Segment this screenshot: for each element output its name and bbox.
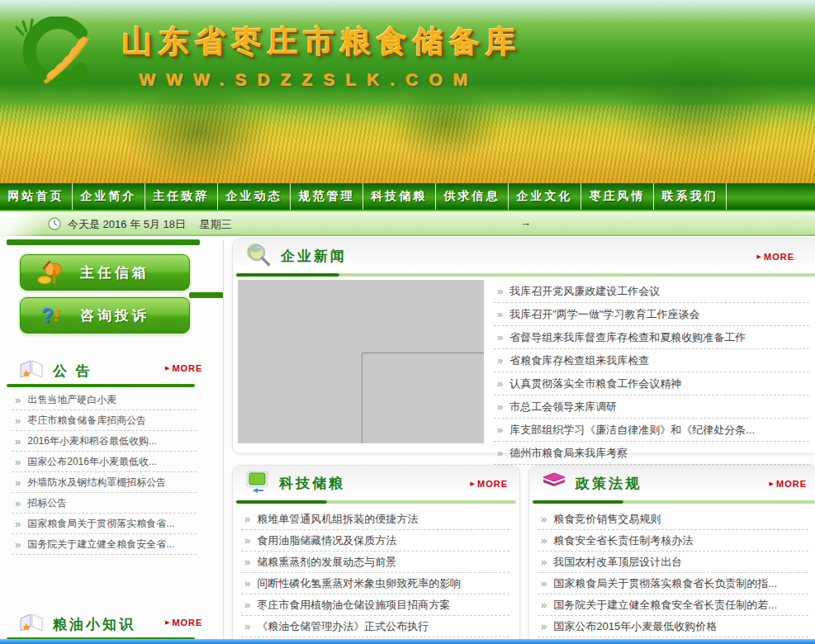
list-item[interactable]: »我库召开党风廉政建设工作会议 [494, 280, 809, 303]
list-item[interactable]: »德州市粮食局来我库考察 [494, 442, 809, 465]
more-label: MORE [477, 479, 508, 489]
bullet-icon: » [497, 308, 503, 320]
list-item-label[interactable]: 国家公布2015年小麦最低收购价格 [553, 619, 717, 634]
nav-item-company-news[interactable]: 企业动态 [218, 183, 291, 210]
bullet-icon: » [497, 447, 503, 459]
notice-more-link[interactable]: ▶ MORE [165, 363, 202, 373]
bullet-icon: » [541, 620, 547, 632]
list-item-label[interactable]: 德州市粮食局来我库考察 [509, 446, 628, 461]
policy-underline [533, 500, 815, 504]
tech-list: »粮堆单管通风机组拆装的便捷方法 »食用油脂储藏情况及保质方法 »储粮熏蒸剂的发… [241, 509, 509, 644]
list-item[interactable]: »省督导组来我库督查库存检查和夏粮收购准备工作 [494, 326, 809, 349]
list-item[interactable]: »粮堆单管通风机组拆装的便捷方法 [241, 509, 509, 530]
list-item-label[interactable]: 我库召开党风廉政建设工作会议 [509, 284, 660, 299]
nav-item-home[interactable]: 网站首页 [0, 183, 73, 210]
list-item[interactable]: »粮食安全省长责任制考核办法 [538, 530, 808, 552]
list-item[interactable]: »间断性磷化氢熏蒸对米象虫卵致死率的影响 [241, 573, 509, 594]
list-item[interactable]: »我国农村改革顶层设计出台 [538, 552, 808, 573]
nav-item-supply-demand[interactable]: 供求信息 [436, 183, 509, 210]
more-arrow-icon: ▶ [165, 619, 169, 626]
list-item-label[interactable]: 库支部组织学习《廉洁自律准则》和《纪律处分条... [509, 423, 755, 438]
list-item[interactable]: »食用油脂储藏情况及保质方法 [241, 530, 509, 552]
list-item-label[interactable]: 储粮熏蒸剂的发展动态与前景 [257, 555, 396, 570]
list-item-label[interactable]: 《粮油仓储管理办法》正式公布执行 [257, 619, 429, 634]
nav-item-contact[interactable]: 联系我们 [654, 183, 727, 210]
list-item-label[interactable]: 我库召开"两学一做"学习教育工作座谈会 [509, 307, 699, 322]
list-item[interactable]: »国务院关于建立健全粮食安全省... [12, 534, 197, 555]
list-item[interactable]: »国家公布2016年小麦最低收... [12, 452, 197, 472]
list-item-label[interactable]: 间断性磷化氢熏蒸对米象虫卵致死率的影响 [257, 576, 461, 591]
list-item-label[interactable]: 招标公告 [27, 496, 67, 510]
list-item[interactable]: »认真贯彻落实全市粮食工作会议精神 [494, 372, 809, 395]
bullet-icon: » [541, 599, 547, 611]
bullet-icon: » [541, 534, 547, 547]
open-book-icon [18, 613, 45, 636]
bullet-icon: » [541, 556, 547, 568]
list-item[interactable]: »市总工会领导来库调研 [494, 395, 809, 419]
bullet-icon: » [244, 513, 250, 525]
list-item-label[interactable]: 出售当地产硬白小麦 [27, 393, 116, 407]
nav-item-culture[interactable]: 企业文化 [509, 183, 581, 210]
list-item[interactable]: »招标公告 [12, 493, 197, 514]
nav-item-company-profile[interactable]: 企业简介 [73, 183, 145, 210]
policy-more-link[interactable]: ▶ MORE [770, 479, 807, 489]
list-item-label[interactable]: 国家公布2016年小麦最低收... [27, 455, 157, 469]
date-bar: 今天是 2016 年 5月 18日 星期三 → [0, 211, 815, 236]
list-item-label[interactable]: 省督导组来我库督查库存检查和夏粮收购准备工作 [509, 330, 746, 345]
knowledge-more-link[interactable]: ▶ MORE [165, 618, 202, 627]
list-item-label[interactable]: 外墙防水及钢结构罩棚招标公告 [27, 476, 166, 490]
list-item-label[interactable]: 国务院关于建立健全粮食安全省长责任制的若... [553, 598, 777, 613]
complaint-button[interactable]: ?! 咨询投诉 [20, 297, 190, 334]
list-item[interactable]: »国家粮食局关于贯彻落实粮食省长负责制的指... [538, 573, 808, 594]
list-item-label[interactable]: 国务院关于建立健全粮食安全省... [27, 537, 174, 552]
bullet-icon: » [15, 414, 21, 427]
list-item[interactable]: »《粮油仓储管理办法》正式公布执行 [241, 616, 509, 637]
list-item-label[interactable]: 国家粮食局关于贯彻落实粮食省... [27, 517, 174, 531]
complaint-button-label: 咨询投诉 [80, 306, 149, 325]
list-item[interactable]: »库支部组织学习《廉洁自律准则》和《纪律处分条... [494, 419, 809, 442]
list-item-label[interactable]: 认真贯彻落实全市粮食工作会议精神 [509, 376, 681, 391]
list-item[interactable]: »储粮熏蒸剂的发展动态与前景 [241, 552, 509, 573]
nav-item-management[interactable]: 规范管理 [291, 183, 363, 210]
list-item[interactable]: »省粮食库存检查组来我库检查 [494, 349, 809, 372]
list-item-label[interactable]: 2016年小麦和稻谷最低收购... [27, 434, 157, 448]
list-item[interactable]: »国家粮食局关于贯彻落实粮食省... [12, 514, 197, 534]
list-item[interactable]: »粮食竞价销售交易规则 [538, 509, 808, 530]
news-more-link[interactable]: ▶ MORE [757, 252, 794, 262]
list-item[interactable]: »枣庄市食用植物油仓储设施项目招商方案 [241, 594, 509, 616]
more-arrow-icon: ▶ [770, 481, 774, 487]
list-item-label[interactable]: 粮食竞价销售交易规则 [553, 512, 661, 527]
news-photo-placeholder[interactable] [238, 280, 484, 443]
list-item-label[interactable]: 粮食安全省长责任制考核办法 [553, 533, 693, 548]
tech-more-link[interactable]: ▶ MORE [471, 479, 508, 489]
list-item[interactable]: »国家公布2015年小麦最低收购价格 [538, 616, 808, 637]
policy-list: »粮食竞价销售交易规则 »粮食安全省长责任制考核办法 »我国农村改革顶层设计出台… [538, 509, 808, 644]
more-arrow-icon: ▶ [471, 481, 475, 487]
list-item[interactable]: »外墙防水及钢结构罩棚招标公告 [12, 472, 197, 493]
sidebar-top-bar [7, 239, 200, 245]
tech-panel-title: 科技储粮 [279, 474, 345, 493]
list-item-label[interactable]: 省粮食库存检查组来我库检查 [509, 353, 649, 368]
more-arrow-icon: ▶ [165, 365, 169, 372]
bullet-icon: » [541, 577, 547, 590]
list-item-label[interactable]: 国家粮食局关于贯彻落实粮食省长负责制的指... [553, 576, 777, 591]
panel-policy: 政策法规 ▶ MORE »粮食竞价销售交易规则 »粮食安全省长责任制考核办法 »… [528, 465, 815, 644]
list-item-label[interactable]: 粮堆单管通风机组拆装的便捷方法 [257, 512, 418, 527]
list-item-label[interactable]: 食用油脂储藏情况及保质方法 [257, 533, 396, 548]
bullet-icon: » [15, 456, 21, 468]
list-item-label[interactable]: 枣庄市粮食储备库招商公告 [27, 414, 146, 428]
list-item[interactable]: »国务院关于建立健全粮食安全省长责任制的若... [538, 594, 808, 616]
list-item-label[interactable]: 我国农村改革顶层设计出台 [553, 555, 682, 570]
bullet-icon: » [15, 476, 21, 489]
list-item-label[interactable]: 枣庄市食用植物油仓储设施项目招商方案 [257, 598, 450, 613]
list-item[interactable]: »我库召开"两学一做"学习教育工作座谈会 [494, 303, 809, 326]
list-item[interactable]: »出售当地产硬白小麦 [12, 390, 197, 410]
director-mailbox-button[interactable]: 主任信箱 [20, 254, 190, 291]
list-item-label[interactable]: 市总工会领导来库调研 [509, 400, 617, 414]
list-item[interactable]: »枣庄市粮食储备库招商公告 [12, 410, 197, 431]
nav-item-tech-storage[interactable]: 科技储粮 [363, 183, 436, 210]
nav-item-director-speech[interactable]: 主任致辞 [145, 183, 218, 210]
nav-item-local-customs[interactable]: 枣庄风情 [581, 183, 654, 210]
bullet-icon: » [497, 354, 503, 367]
list-item[interactable]: »2016年小麦和稻谷最低收购... [12, 431, 197, 452]
